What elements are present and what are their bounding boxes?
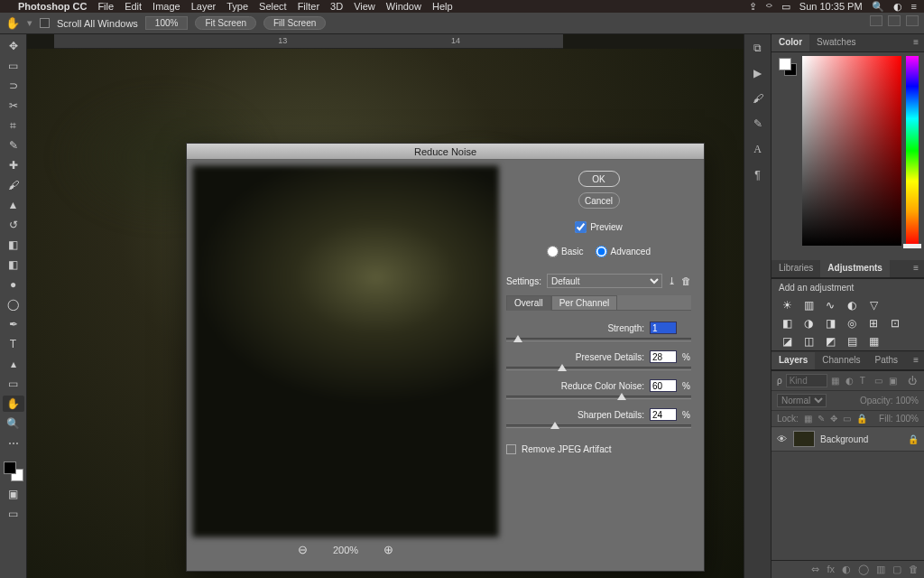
adj-photo-filter-icon[interactable]: ◎ (845, 317, 858, 330)
adj-hue-icon[interactable]: ◧ (781, 317, 793, 330)
delete-preset-icon[interactable]: 🗑 (681, 275, 691, 286)
dropbox-icon[interactable]: ⇪ (749, 1, 757, 13)
tab-swatches[interactable]: Swatches (809, 34, 863, 51)
menu-window[interactable]: Window (386, 1, 421, 12)
history-brush-tool[interactable]: ↺ (3, 217, 24, 233)
adj-brightness-icon[interactable]: ☀ (781, 299, 793, 312)
lock-trans-icon[interactable]: ▦ (804, 414, 812, 424)
move-tool[interactable]: ✥ (3, 38, 24, 54)
new-layer-icon[interactable]: ▢ (892, 564, 901, 575)
preview-checkbox-row[interactable]: Preview (506, 221, 691, 233)
history-panel-icon[interactable]: ⧉ (753, 42, 762, 54)
hue-slider[interactable] (906, 56, 919, 246)
lasso-tool[interactable]: ⊃ (3, 78, 24, 94)
subtab-overall[interactable]: Overall (506, 295, 551, 311)
dodge-tool[interactable]: ◯ (3, 296, 24, 312)
filter-type-icon[interactable]: T (860, 376, 871, 386)
color-field[interactable] (802, 56, 901, 246)
tab-layers[interactable]: Layers (772, 352, 815, 369)
filter-shape-icon[interactable]: ▭ (874, 376, 885, 386)
share-icon[interactable] (906, 15, 919, 26)
advanced-radio[interactable]: Advanced (596, 246, 650, 257)
save-preset-icon[interactable]: ⤓ (668, 275, 676, 287)
layer-thumbnail[interactable] (793, 431, 815, 447)
new-group-icon[interactable]: ▥ (876, 564, 885, 575)
adj-levels-icon[interactable]: ▥ (802, 299, 815, 312)
tab-paths[interactable]: Paths (868, 352, 906, 369)
new-fill-icon[interactable]: ◯ (858, 564, 869, 575)
menu-3d[interactable]: 3D (330, 1, 343, 12)
fill-screen-button[interactable]: Fill Screen (263, 16, 326, 30)
zoom-in-button[interactable]: ⊕ (383, 543, 393, 556)
spotlight-icon[interactable]: 🔍 (872, 1, 884, 13)
menu-select[interactable]: Select (259, 1, 287, 12)
preserve-details-slider[interactable] (506, 367, 691, 370)
hand-tool[interactable]: ✋ (3, 396, 24, 412)
fx-icon[interactable]: fx (827, 564, 835, 575)
zoom-tool[interactable]: 🔍 (3, 415, 24, 432)
adj-gradient-map-icon[interactable]: ▤ (845, 335, 858, 348)
screen-mode-toggle[interactable]: ▭ (3, 506, 24, 522)
lock-pos-icon[interactable]: ✥ (830, 414, 837, 424)
opacity-value[interactable]: 100% (895, 396, 919, 406)
reduce-color-noise-field[interactable] (650, 379, 677, 392)
dialog-title[interactable]: Reduce Noise (187, 144, 704, 160)
preserve-details-field[interactable] (650, 350, 677, 363)
menu-filter[interactable]: Filter (298, 1, 319, 12)
filter-smart-icon[interactable]: ▣ (889, 376, 900, 386)
quick-select-tool[interactable]: ✂ (3, 98, 24, 114)
ok-button[interactable]: OK (578, 171, 620, 187)
type-tool[interactable]: T (3, 336, 24, 352)
shape-tool[interactable]: ▭ (3, 376, 24, 392)
sharpen-details-slider[interactable] (506, 424, 691, 428)
adj-vibrance-icon[interactable]: ▽ (867, 299, 880, 312)
sharpen-details-field[interactable] (650, 408, 677, 421)
blend-mode-select[interactable]: Normal (777, 394, 827, 407)
adj-channel-mixer-icon[interactable]: ⊞ (867, 317, 880, 330)
marquee-tool[interactable]: ▭ (3, 58, 24, 74)
gradient-tool[interactable]: ◧ (3, 256, 24, 273)
color-panel-menu-icon[interactable]: ≡ (908, 34, 924, 51)
settings-select[interactable]: Default (547, 274, 662, 288)
zoom-out-button[interactable]: ⊖ (298, 543, 308, 556)
lock-all-icon[interactable]: 🔒 (856, 414, 867, 424)
menu-type[interactable]: Type (226, 1, 248, 12)
workspace-icon-2[interactable] (888, 15, 901, 26)
app-name[interactable]: Photoshop CC (18, 1, 87, 12)
clock[interactable]: Sun 10:35 PM (799, 1, 863, 12)
menu-image[interactable]: Image (152, 1, 180, 12)
layer-lock-icon[interactable]: 🔒 (908, 434, 919, 444)
subtab-per-channel[interactable]: Per Channel (551, 295, 618, 311)
filter-pixel-icon[interactable]: ▦ (831, 376, 842, 386)
preview-checkbox[interactable] (575, 221, 587, 233)
layer-visibility-icon[interactable]: 👁 (777, 434, 788, 444)
filter-adjust-icon[interactable]: ◐ (845, 376, 856, 386)
tab-adjustments[interactable]: Adjustments (820, 260, 890, 277)
dialog-preview[interactable] (192, 165, 499, 537)
tab-libraries[interactable]: Libraries (772, 260, 820, 277)
lock-artboard-icon[interactable]: ▭ (843, 414, 851, 424)
adjustments-panel-menu-icon[interactable]: ≡ (908, 260, 924, 277)
brush-settings-icon[interactable]: ✎ (753, 117, 762, 130)
link-layers-icon[interactable]: ⇔ (811, 564, 819, 575)
actions-panel-icon[interactable]: ▶ (753, 67, 762, 79)
healing-tool[interactable]: ✚ (3, 157, 24, 173)
foreground-background-swatch[interactable] (3, 461, 24, 482)
pen-tool[interactable]: ✒ (3, 316, 24, 332)
basic-radio[interactable]: Basic (547, 246, 583, 257)
zoom-percent-field[interactable]: 100% (145, 16, 189, 30)
eyedropper-tool[interactable]: ✎ (3, 137, 24, 154)
remove-jpeg-row[interactable]: Remove JPEG Artifact (506, 444, 691, 454)
edit-toolbar[interactable]: ⋯ (3, 435, 24, 452)
adj-selective-color-icon[interactable]: ▦ (867, 335, 880, 348)
layer-name[interactable]: Background (820, 434, 868, 444)
menu-view[interactable]: View (354, 1, 375, 12)
strength-field[interactable] (650, 322, 677, 334)
layer-row-background[interactable]: 👁 Background 🔒 (772, 427, 924, 452)
adj-colorbal-icon[interactable]: ◑ (802, 317, 815, 330)
quick-mask-toggle[interactable]: ▣ (3, 486, 24, 502)
eraser-tool[interactable]: ◧ (3, 237, 24, 253)
menu-edit[interactable]: Edit (125, 1, 142, 12)
layers-panel-menu-icon[interactable]: ≡ (908, 352, 924, 369)
fit-screen-button[interactable]: Fit Screen (195, 16, 256, 30)
